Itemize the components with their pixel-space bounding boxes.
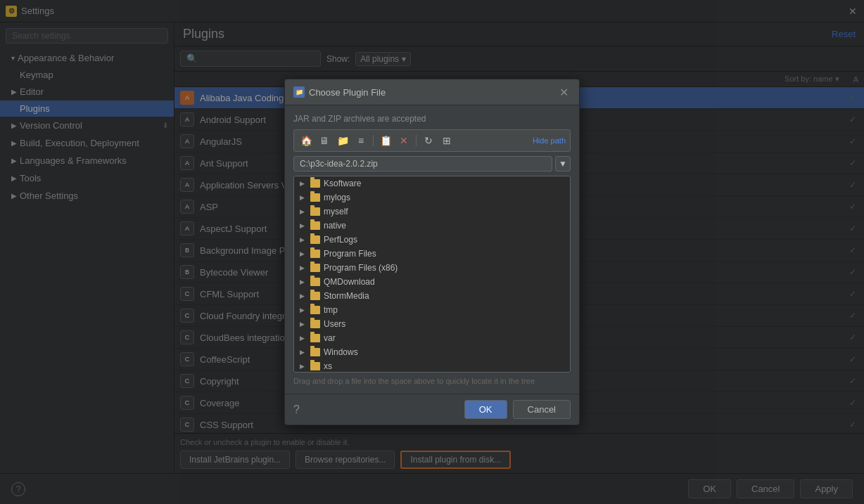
modal-footer-buttons: OK Cancel (464, 400, 571, 419)
modal-body: JAR and ZIP archives are accepted 🏠 🖥 📁 … (285, 105, 579, 394)
tree-item-qmdownload[interactable]: ▶ QMDownload (294, 275, 570, 289)
separator2 (416, 135, 417, 146)
modal-help-icon[interactable]: ? (293, 403, 300, 416)
modal-toolbar: 🏠 🖥 📁 ≡ 📋 ✕ ↻ ⊞ Hide path (293, 129, 571, 152)
tree-item-myself[interactable]: ▶ myself (294, 205, 570, 219)
tree-item-programfilesx86[interactable]: ▶ Program Files (x86) (294, 261, 570, 275)
separator (373, 135, 374, 146)
tree-item-label: native (324, 221, 346, 231)
copy-button[interactable]: 📋 (378, 133, 393, 148)
tree-item-native[interactable]: ▶ native (294, 219, 570, 233)
folder-icon (310, 278, 320, 286)
tree-item-label: Program Files (x86) (324, 263, 398, 273)
modal-cancel-button[interactable]: Cancel (513, 400, 571, 419)
folder-icon (310, 179, 320, 188)
path-input[interactable] (293, 156, 552, 172)
modal-footer: ? OK Cancel (285, 394, 579, 425)
folder-icon (310, 235, 320, 244)
folder-icon (310, 207, 320, 216)
folder-icon (310, 250, 320, 258)
folder-icon (310, 193, 320, 202)
browse-path-button[interactable]: ▼ (555, 156, 571, 172)
tree-arrow-icon: ▶ (300, 264, 308, 271)
tree-item-ksoftware[interactable]: ▶ Ksoftware (294, 176, 570, 190)
drag-hint: Drag and drop a file into the space abov… (293, 377, 571, 385)
refresh-button[interactable]: ↻ (421, 133, 436, 148)
tree-item-var[interactable]: ▶ var (294, 331, 570, 345)
tree-item-label: Ksoftware (324, 179, 361, 188)
folder-icon (310, 320, 320, 328)
folder-icon (310, 264, 320, 272)
image-button[interactable]: 🖥 (317, 133, 332, 148)
modal-folder-icon: 📁 (293, 86, 305, 98)
tree-item-perflogs[interactable]: ▶ PerfLogs (294, 233, 570, 247)
tree-item-tmp[interactable]: ▶ tmp (294, 303, 570, 317)
tree-arrow-icon: ▶ (300, 363, 308, 370)
tree-item-label: PerfLogs (324, 235, 357, 245)
modal-hint-text: JAR and ZIP archives are accepted (293, 114, 571, 124)
tree-item-programfiles[interactable]: ▶ Program Files (294, 247, 570, 261)
tree-item-windows[interactable]: ▶ Windows (294, 345, 570, 359)
tree-item-label: tmp (324, 305, 338, 315)
tree-arrow-icon: ▶ (300, 306, 308, 314)
tree-item-label: Users (324, 319, 345, 329)
tree-arrow-icon: ▶ (300, 349, 308, 356)
tree-arrow-icon: ▶ (300, 208, 308, 215)
choose-plugin-file-dialog: 📁 Choose Plugin File ✕ JAR and ZIP archi… (284, 79, 580, 425)
modal-overlay: 📁 Choose Plugin File ✕ JAR and ZIP archi… (0, 0, 864, 504)
home-button[interactable]: 🏠 (298, 133, 314, 148)
tree-item-mylogs[interactable]: ▶ mylogs (294, 190, 570, 205)
tree-arrow-icon: ▶ (300, 335, 308, 342)
folder-icon (310, 292, 320, 300)
folder-icon (310, 334, 320, 342)
tree-item-users[interactable]: ▶ Users (294, 317, 570, 331)
tree-item-label: Windows (324, 347, 358, 357)
tree-arrow-icon: ▶ (300, 292, 308, 299)
tree-item-label: xs (324, 361, 332, 371)
modal-title-bar: 📁 Choose Plugin File ✕ (285, 79, 579, 105)
tree-arrow-icon: ▶ (300, 250, 308, 257)
delete-button[interactable]: ✕ (396, 133, 412, 148)
tree-item-label: Program Files (324, 249, 376, 259)
tree-arrow-icon: ▶ (300, 194, 308, 201)
folder-icon (310, 306, 320, 314)
tree-arrow-icon: ▶ (300, 321, 308, 328)
tree-arrow-icon: ▶ (300, 222, 308, 229)
tree-arrow-icon: ▶ (300, 278, 308, 285)
modal-ok-button[interactable]: OK (464, 400, 507, 419)
tree-arrow-icon: ▶ (300, 236, 308, 243)
folder-icon (310, 348, 320, 356)
folder-icon (310, 362, 320, 370)
hide-path-link[interactable]: Hide path (533, 136, 566, 145)
tree-item-label: QMDownload (324, 277, 375, 287)
tree-item-xs[interactable]: ▶ xs (294, 359, 570, 373)
new-folder-button[interactable]: 📁 (335, 133, 350, 148)
folder-icon (310, 221, 320, 230)
tree-item-label: var (324, 333, 336, 343)
tree-item-stormmedia[interactable]: ▶ StormMedia (294, 289, 570, 303)
modal-close-button[interactable]: ✕ (557, 85, 571, 99)
file-tree[interactable]: ▶ Ksoftware ▶ mylogs ▶ myself ▶ (293, 176, 571, 373)
tree-item-label: myself (324, 207, 348, 217)
modal-title: Choose Plugin File (309, 87, 557, 98)
tree-arrow-icon: ▶ (300, 180, 308, 187)
grid-button[interactable]: ⊞ (439, 133, 455, 148)
tree-item-label: StormMedia (324, 291, 369, 301)
modal-path-bar: ▼ (293, 156, 571, 172)
tree-item-label: mylogs (324, 193, 350, 202)
tree-button[interactable]: ≡ (353, 133, 369, 148)
